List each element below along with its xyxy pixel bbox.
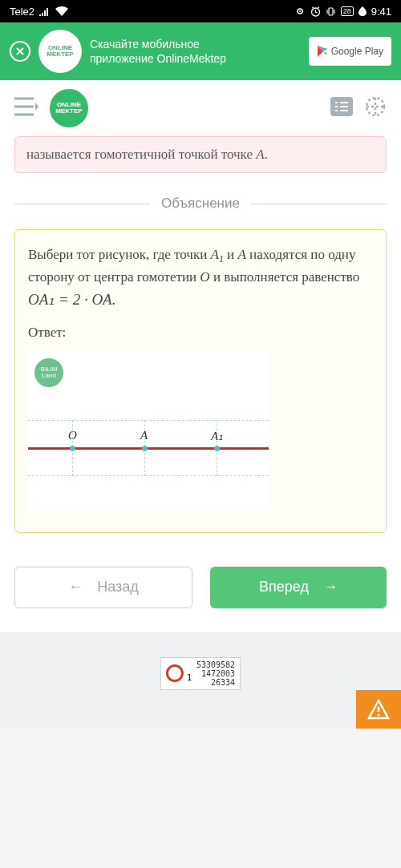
explanation-text: Выбери тот рисунок, где точки A1 и A нах… (28, 244, 373, 312)
number-line (28, 447, 269, 450)
back-button[interactable]: ← Назад (14, 567, 192, 608)
banner-text: Скачайте мобильное приложение OnlineMekt… (90, 37, 301, 66)
hint-box: называется гомотетичной точкой точке A. (14, 136, 387, 173)
menu-icon[interactable] (14, 96, 38, 120)
eye-comfort-icon (294, 6, 306, 16)
svg-point-6 (378, 713, 380, 716)
next-button[interactable]: Вперед → (210, 567, 387, 608)
language-icon[interactable] (364, 95, 387, 121)
point-A1-label: A₁ (211, 429, 223, 443)
alarm-icon (310, 6, 321, 17)
battery-icon: 28 (341, 6, 354, 16)
wifi-icon (55, 6, 68, 16)
arrow-left-icon: ← (68, 579, 83, 595)
carrier-label: Tele2 (10, 6, 34, 18)
list-icon[interactable] (330, 97, 353, 119)
point-A-label: A (140, 429, 148, 442)
power-save-icon (358, 6, 367, 16)
answer-figure: BILIM Land O A A₁ (28, 352, 269, 508)
signal-icon (39, 6, 51, 16)
visitor-counter[interactable]: 1 53309582 1472003 26334 (160, 657, 241, 690)
report-button[interactable] (356, 690, 401, 729)
warning-icon (367, 699, 390, 720)
back-button-label: Назад (97, 579, 139, 595)
figure-watermark: BILIM Land (34, 358, 63, 387)
counter-ring-icon (166, 664, 184, 682)
section-divider: Объяснение (14, 196, 387, 212)
install-banner: ONLINE MEKTEP Скачайте мобильное приложе… (0, 22, 401, 80)
banner-logo: ONLINE MEKTEP (38, 30, 82, 73)
vibrate-icon (326, 6, 336, 17)
point-O-label: O (68, 429, 77, 442)
svg-rect-3 (329, 8, 333, 15)
android-status-bar: Tele2 28 9:41 (0, 0, 401, 22)
header-logo[interactable]: ONLINE MEKTEP (50, 89, 88, 127)
banner-close-button[interactable] (10, 41, 30, 62)
google-play-label: Google Play (331, 46, 383, 57)
explanation-box: Выбери тот рисунок, где точки A1 и A нах… (14, 229, 387, 533)
section-title-label: Объяснение (150, 196, 251, 212)
svg-point-1 (299, 10, 301, 12)
clock-label: 9:41 (371, 6, 391, 18)
next-button-label: Вперед (259, 579, 309, 595)
app-header: ONLINE MEKTEP (0, 80, 401, 136)
answer-label: Ответ: (28, 325, 373, 341)
google-play-button[interactable]: Google Play (309, 37, 391, 66)
footer-area: 1 53309582 1472003 26334 (0, 632, 401, 729)
main-content: называется гомотетичной точкой точке A. … (0, 136, 401, 533)
navigation-row: ← Назад Вперед → (0, 533, 401, 632)
arrow-right-icon: → (323, 579, 338, 595)
